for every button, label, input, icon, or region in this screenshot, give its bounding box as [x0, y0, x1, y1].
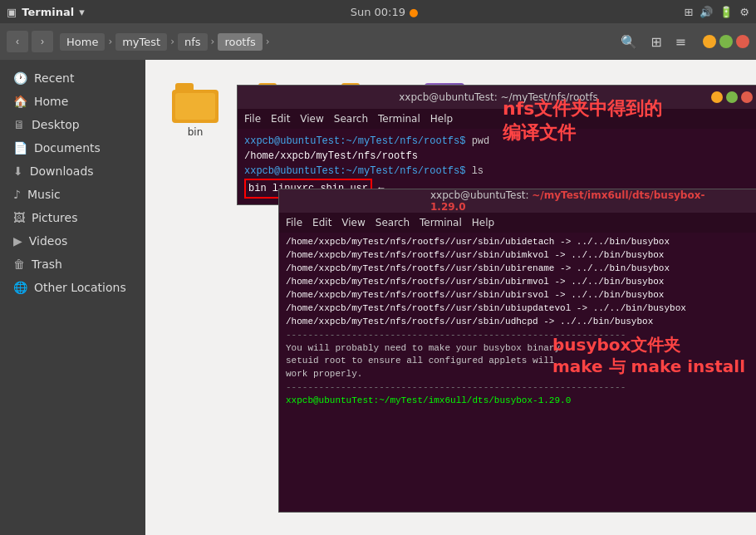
- term2-menu-help[interactable]: Help: [472, 217, 494, 228]
- home-icon: 🏠: [13, 95, 27, 108]
- window-controls: [703, 35, 749, 48]
- nav-forward-button[interactable]: ›: [32, 31, 53, 52]
- fm-body: 🕐 Recent 🏠 Home 🖥 Desktop 📄 Documents ⬇ …: [0, 60, 756, 535]
- music-icon: ♪: [13, 188, 21, 201]
- sidebar-item-trash[interactable]: 🗑 Trash: [0, 253, 145, 276]
- file-label-bin: bin: [188, 126, 204, 138]
- videos-icon: ▶: [13, 234, 22, 248]
- folder-icon-bin: [172, 83, 218, 123]
- trash-icon: 🗑: [13, 258, 25, 271]
- annotation-2: busybox文件夹 make 与 make install: [552, 334, 745, 377]
- term2-menu-edit[interactable]: Edit: [312, 217, 331, 228]
- term2-menubar: File Edit View Search Terminal Help: [279, 213, 756, 233]
- system-bar: ▣ Terminal ▾ Sun 00:19 ● ⊞ 🔊 🔋 ⚙: [0, 0, 756, 23]
- dropdown-arrow[interactable]: ▾: [79, 6, 85, 18]
- sidebar-item-documents[interactable]: 📄 Documents: [0, 136, 145, 160]
- term1-line-2: /home/xxpcb/myTest/nfs/rootfs: [244, 149, 753, 164]
- system-bar-time: Sun 00:19 ●: [351, 6, 419, 18]
- breadcrumb-sep-1: ›: [106, 36, 114, 47]
- settings-icon: ⚙: [739, 6, 749, 18]
- term2-title: xxpcb@ubuntuTest: ~/myTest/imx6ull/dts/b…: [430, 189, 733, 213]
- pictures-icon: 🖼: [13, 211, 25, 224]
- term1-menubar: File Edit View Search Terminal Help: [238, 109, 756, 129]
- breadcrumb-mytest[interactable]: myTest: [115, 33, 167, 51]
- term2-final-prompt: xxpcb@ubuntuTest:~/myTest/imx6ull/dts/bu…: [286, 395, 756, 408]
- term2-line-4: /home/xxpcb/myTest/nfs/rootfs//usr/sbin/…: [286, 276, 756, 289]
- term2-line-5: /home/xxpcb/myTest/nfs/rootfs//usr/sbin/…: [286, 289, 756, 302]
- desktop-icon: 🖥: [13, 118, 25, 131]
- system-bar-left: ▣ Terminal ▾: [7, 6, 85, 18]
- term2-line-6: /home/xxpcb/myTest/nfs/rootfs//usr/sbin/…: [286, 302, 756, 316]
- terminal-window-1: xxpcb@ubuntuTest: ~/myTest/nfs/rootfs Fi…: [237, 85, 756, 205]
- term1-menu-search[interactable]: Search: [334, 113, 368, 125]
- breadcrumb-home[interactable]: Home: [60, 33, 105, 51]
- sidebar-item-pictures[interactable]: 🖼 Pictures: [0, 206, 145, 229]
- term2-sep-2: ----------------------------------------…: [286, 381, 756, 395]
- maximize-button[interactable]: [719, 35, 733, 48]
- annotation-1: nfs文件夹中得到的 编译文件: [503, 97, 662, 145]
- other-locations-icon: 🌐: [13, 281, 27, 294]
- system-bar-right: ⊞ 🔊 🔋 ⚙: [684, 6, 749, 18]
- term2-body: /home/xxpcb/myTest/nfs/rootfs//usr/sbin/…: [279, 233, 756, 411]
- fm-toolbar-right: 🔍 ⊞ ≡: [617, 31, 749, 53]
- breadcrumb: Home › myTest › nfs › rootfs ›: [60, 33, 272, 51]
- sidebar-item-downloads[interactable]: ⬇ Downloads: [0, 160, 145, 183]
- file-manager: ‹ › Home › myTest › nfs › rootfs › 🔍 ⊞ ≡: [0, 23, 756, 535]
- sidebar-item-desktop[interactable]: 🖥 Desktop: [0, 113, 145, 136]
- term1-line-1: xxpcb@ubuntuTest:~/myTest/nfs/rootfs$ pw…: [244, 134, 753, 149]
- sidebar-item-home[interactable]: 🏠 Home: [0, 90, 145, 113]
- fm-toolbar: ‹ › Home › myTest › nfs › rootfs › 🔍 ⊞ ≡: [0, 23, 756, 60]
- term1-menu-help[interactable]: Help: [430, 113, 453, 125]
- sidebar-item-videos[interactable]: ▶ Videos: [0, 229, 145, 253]
- nav-back-button[interactable]: ‹: [7, 31, 28, 52]
- recent-icon: 🕐: [13, 71, 27, 85]
- breadcrumb-rootfs[interactable]: rootfs: [218, 33, 262, 51]
- app-title: Terminal: [22, 6, 74, 18]
- term2-menu-search[interactable]: Search: [376, 217, 410, 228]
- breadcrumb-sep-3: ›: [209, 36, 217, 47]
- fm-content: bin sbin usr: [145, 60, 756, 535]
- battery-icon: 🔋: [719, 6, 733, 18]
- documents-icon: 📄: [13, 141, 27, 155]
- term1-minimize[interactable]: [711, 91, 723, 103]
- term1-menu-edit[interactable]: Edit: [271, 113, 290, 125]
- breadcrumb-nfs[interactable]: nfs: [178, 33, 208, 51]
- term1-menu-view[interactable]: View: [300, 113, 323, 125]
- term1-controls: [711, 91, 753, 103]
- terminal-icon: ▣: [7, 6, 17, 18]
- minimize-button[interactable]: [703, 35, 716, 48]
- network-icon: ⊞: [684, 6, 693, 18]
- sidebar-item-music[interactable]: ♪ Music: [0, 183, 145, 206]
- term1-titlebar: xxpcb@ubuntuTest: ~/myTest/nfs/rootfs: [238, 86, 756, 109]
- breadcrumb-sep-2: ›: [169, 36, 176, 47]
- close-button[interactable]: [736, 35, 749, 48]
- breadcrumb-sep-4: ›: [264, 36, 272, 47]
- term1-close[interactable]: [741, 91, 753, 103]
- term2-line-2: /home/xxpcb/myTest/nfs/rootfs//usr/sbin/…: [286, 249, 756, 263]
- term2-line-1: /home/xxpcb/myTest/nfs/rootfs//usr/sbin/…: [286, 236, 756, 249]
- menu-icon[interactable]: ≡: [672, 31, 690, 53]
- sidebar-item-other-locations[interactable]: 🌐 Other Locations: [0, 276, 145, 299]
- downloads-icon: ⬇: [13, 164, 23, 178]
- term2-menu-view[interactable]: View: [341, 217, 365, 228]
- file-item-bin[interactable]: bin: [162, 76, 228, 145]
- term1-maximize[interactable]: [726, 91, 738, 103]
- term2-line-3: /home/xxpcb/myTest/nfs/rootfs//usr/sbin/…: [286, 263, 756, 276]
- search-icon[interactable]: 🔍: [617, 31, 641, 53]
- sidebar-item-recent[interactable]: 🕐 Recent: [0, 66, 145, 90]
- term2-menu-terminal[interactable]: Terminal: [420, 217, 462, 228]
- fm-sidebar: 🕐 Recent 🏠 Home 🖥 Desktop 📄 Documents ⬇ …: [0, 60, 145, 535]
- view-toggle-icon[interactable]: ⊞: [647, 31, 665, 53]
- term1-line-3: xxpcb@ubuntuTest:~/myTest/nfs/rootfs$ ls: [244, 164, 753, 179]
- term2-line-7: /home/xxpcb/myTest/nfs/rootfs//usr/sbin/…: [286, 316, 756, 329]
- volume-icon: 🔊: [700, 6, 713, 18]
- term1-menu-terminal[interactable]: Terminal: [378, 113, 420, 125]
- term1-menu-file[interactable]: File: [244, 113, 261, 125]
- term2-titlebar: xxpcb@ubuntuTest: ~/myTest/imx6ull/dts/b…: [279, 189, 756, 213]
- term2-menu-file[interactable]: File: [286, 217, 302, 228]
